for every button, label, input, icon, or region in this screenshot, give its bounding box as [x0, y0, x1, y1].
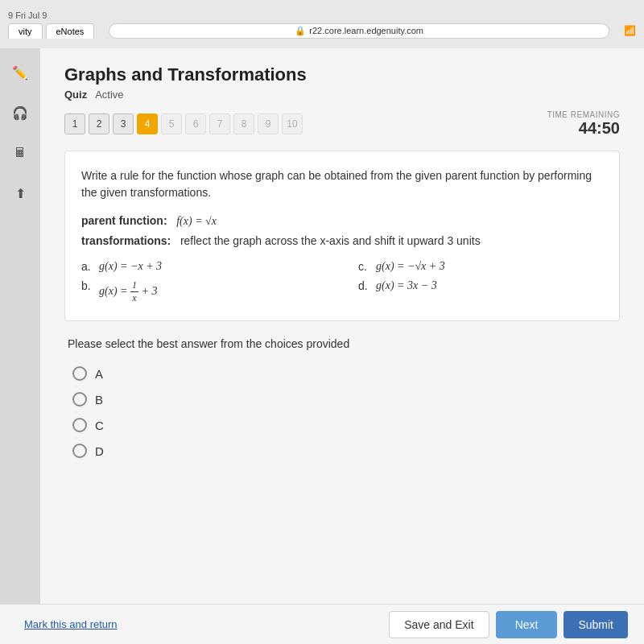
- bottom-buttons: Save and Exit Next Submit: [389, 611, 628, 638]
- parent-function-value: f(x) = √x: [176, 215, 217, 227]
- timer-box: TIME REMAINING 44:50: [547, 110, 620, 138]
- tab-enotes[interactable]: eNotes: [46, 23, 95, 39]
- wifi-icon: 📶: [624, 25, 636, 36]
- radio-circle-d[interactable]: [72, 444, 87, 458]
- q-btn-2[interactable]: 2: [89, 114, 109, 134]
- radio-option-b[interactable]: B: [72, 392, 612, 407]
- mark-return-link[interactable]: Mark this and return: [24, 618, 118, 630]
- q-btn-9[interactable]: 9: [258, 114, 279, 134]
- question-text: Write a rule for the function whose grap…: [81, 167, 603, 201]
- browser-tabs: vity eNotes: [8, 23, 94, 39]
- quiz-status: Quiz Active: [64, 89, 620, 101]
- pencil-icon[interactable]: ✏️: [8, 60, 32, 85]
- next-button[interactable]: Next: [496, 611, 558, 638]
- save-exit-button[interactable]: Save and Exit: [389, 611, 489, 638]
- quiz-label: Quiz: [64, 89, 87, 101]
- content-area: Graphs and Transformations Quiz Active 1…: [40, 48, 644, 644]
- question-nav: 1 2 3 4 5 6 7 8 9 10 TIME REMAINING 44:5…: [64, 110, 620, 138]
- transformations-label: transformations:: [81, 234, 171, 247]
- answer-b: b. g(x) = 1 x + 3: [81, 279, 326, 304]
- browser-bar: 9 Fri Jul 9 vity eNotes 🔒r22.core.learn.…: [0, 0, 644, 48]
- q-btn-6[interactable]: 6: [185, 114, 206, 134]
- parent-function-line: parent function: f(x) = √x: [81, 214, 603, 228]
- transformations-value: reflect the graph across the x-axis and …: [180, 234, 481, 247]
- headphone-icon[interactable]: 🎧: [8, 101, 32, 125]
- q-btn-1[interactable]: 1: [64, 114, 85, 134]
- q-btn-3[interactable]: 3: [113, 114, 134, 134]
- please-select-text: Please select the best answer from the c…: [64, 337, 620, 350]
- answer-c: c. g(x) = −√x + 3: [358, 260, 603, 273]
- arrow-up-icon[interactable]: ⬆: [8, 181, 32, 205]
- radio-option-c[interactable]: C: [72, 418, 612, 432]
- timer-value: 44:50: [547, 119, 620, 138]
- calculator-icon[interactable]: 🖩: [8, 141, 32, 165]
- submit-button[interactable]: Submit: [564, 611, 628, 638]
- active-label: Active: [95, 89, 123, 101]
- q-btn-10[interactable]: 10: [282, 114, 303, 134]
- radio-circle-a[interactable]: [72, 366, 87, 381]
- q-btn-7[interactable]: 7: [209, 114, 230, 134]
- answers-grid: a. g(x) = −x + 3 c. g(x) = −√x + 3 b. g(…: [81, 260, 603, 304]
- transformation-line: transformations: reflect the graph acros…: [81, 234, 603, 247]
- main-wrapper: ✏️ 🎧 🖩 ⬆ Graphs and Transformations Quiz…: [0, 48, 644, 644]
- answer-d: d. g(x) = 3x − 3: [358, 279, 603, 304]
- q-btn-8[interactable]: 8: [233, 114, 254, 134]
- radio-options: A B C D: [64, 366, 620, 458]
- radio-option-d[interactable]: D: [72, 444, 612, 458]
- datetime-label: 9 Fri Jul 9: [8, 10, 47, 20]
- radio-circle-b[interactable]: [72, 392, 87, 407]
- bottom-bar: Mark this and return Save and Exit Next …: [0, 604, 644, 644]
- sidebar: ✏️ 🎧 🖩 ⬆: [0, 48, 40, 644]
- q-btn-4[interactable]: 4: [137, 114, 158, 134]
- q-btn-5[interactable]: 5: [161, 114, 182, 134]
- radio-circle-c[interactable]: [72, 418, 87, 432]
- tab-vity[interactable]: vity: [8, 23, 43, 39]
- address-bar[interactable]: 🔒r22.core.learn.edgenuity.com: [109, 23, 609, 39]
- question-nav-buttons: 1 2 3 4 5 6 7 8 9 10: [64, 114, 303, 134]
- question-card: Write a rule for the function whose grap…: [64, 151, 620, 321]
- parent-function-label: parent function:: [81, 214, 167, 227]
- timer-label: TIME REMAINING: [547, 110, 620, 119]
- page-title: Graphs and Transformations: [64, 64, 620, 85]
- answer-a: a. g(x) = −x + 3: [81, 260, 326, 273]
- radio-option-a[interactable]: A: [72, 366, 612, 381]
